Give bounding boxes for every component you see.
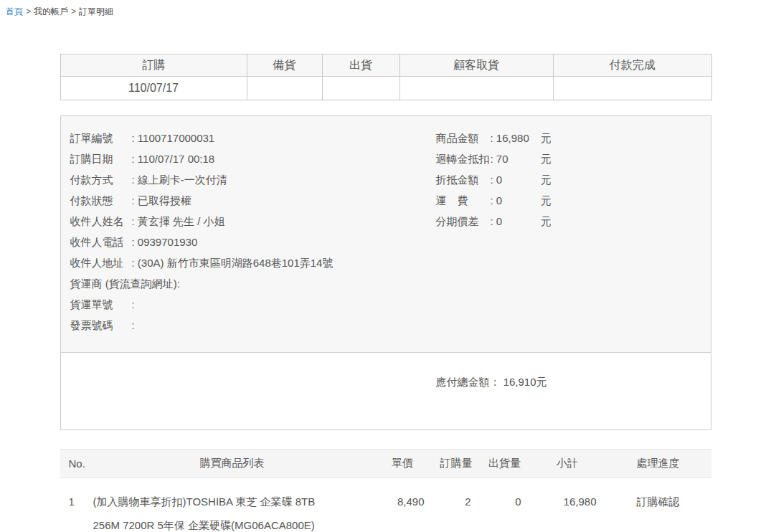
order-number-row: 訂單編號: 1100717000031 — [70, 128, 696, 148]
payment-method-value: 線上刷卡-一次付清 — [138, 174, 227, 186]
payable-total-value: 16,910元 — [503, 376, 547, 388]
currency-unit: 元 — [541, 215, 552, 227]
recipient-name-row: 收件人姓名: 黃玄揮 先生 / 小姐 — [70, 211, 696, 232]
product-header-name: 購買商品列表 — [93, 450, 372, 478]
colon: : — [132, 215, 135, 227]
product-list-table: No. 購買商品列表 單價 訂購量 出貨量 小計 處理進度 1 (加入購物車享折… — [60, 449, 711, 532]
product-no: 1 — [60, 478, 93, 532]
status-ordered-date: 110/07/17 — [60, 77, 247, 100]
colon: : — [491, 194, 493, 206]
installment-diff-row: 分期價差: 0元 — [436, 211, 552, 232]
payment-status-value: 已取得授權 — [138, 194, 191, 206]
product-status: 訂購確認 — [605, 478, 711, 532]
carrier-row: 貨運商 (貨流查詢網址): — [70, 273, 696, 294]
colon: : — [491, 174, 493, 186]
status-header-preparing: 備貨 — [247, 54, 322, 77]
currency-unit: 元 — [541, 174, 552, 186]
order-number-value: 1100717000031 — [138, 132, 214, 144]
recipient-address-row: 收件人地址: (30A) 新竹市東區明湖路648巷101弄14號 — [70, 252, 696, 273]
colon: : — [132, 174, 135, 186]
order-info-left-column: 訂單編號: 1100717000031 訂購日期: 110/07/17 00:1… — [70, 128, 696, 336]
colon: : — [491, 132, 493, 144]
rebate-deduction-row: 迴轉金抵扣: 70元 — [436, 148, 552, 169]
status-pickup-date — [399, 77, 553, 100]
field-label: 訂購日期 — [70, 148, 132, 169]
payment-status-row: 付款狀態: 已取得授權 — [70, 190, 696, 211]
shipping-fee-row: 運 費: 0元 — [436, 190, 552, 211]
field-label: 收件人姓名 — [70, 211, 132, 232]
order-info-panel: 訂單編號: 1100717000031 訂購日期: 110/07/17 00:1… — [60, 115, 711, 430]
status-header-row: 訂購 備貨 出貨 顧客取貨 付款完成 — [60, 54, 711, 77]
payment-method-row: 付款方式: 線上刷卡-一次付清 — [70, 169, 696, 190]
order-date-row: 訂購日期: 110/07/17 00:18 — [70, 148, 696, 169]
payable-total-section: 應付總金額： 16,910元 — [61, 353, 711, 429]
product-header-row: No. 購買商品列表 單價 訂購量 出貨量 小計 處理進度 — [60, 450, 711, 478]
product-header-shipped-qty: 出貨量 — [480, 450, 530, 478]
product-row: 1 (加入購物車享折扣)TOSHIBA 東芝 企業碟 8TB 256M 7200… — [60, 478, 711, 532]
breadcrumb-home-link[interactable]: 首頁 — [6, 6, 23, 16]
tracking-number-row: 貨運單號: — [70, 294, 696, 315]
breadcrumb-current: 訂單明細 — [79, 6, 113, 16]
goods-amount-row: 商品金額: 16,980元 — [436, 128, 552, 148]
currency-unit: 元 — [541, 153, 552, 165]
field-label: 運 費 — [436, 190, 491, 211]
field-label: 發票號碼 — [70, 315, 132, 336]
field-label: 付款狀態 — [70, 190, 132, 211]
colon: : — [132, 257, 135, 269]
discount-amount-row: 折抵金額: 0元 — [436, 169, 552, 190]
product-name-cell: (加入購物車享折扣)TOSHIBA 東芝 企業碟 8TB 256M 7200R … — [93, 478, 372, 532]
discount-amount-value: 0 — [496, 169, 541, 190]
product-subtotal: 16,980 — [530, 478, 605, 532]
colon: : — [132, 319, 135, 331]
field-label: 付款方式 — [70, 169, 132, 190]
colon: : — [491, 215, 493, 227]
recipient-address-value: (30A) 新竹市東區明湖路648巷101弄14號 — [138, 257, 334, 269]
product-qty: 2 — [433, 478, 480, 532]
product-unit-price: 8,490 — [372, 478, 433, 532]
breadcrumb: 首頁>我的帳戶>訂單明細 — [0, 0, 771, 18]
colon: : — [132, 236, 135, 248]
colon: : — [177, 277, 180, 290]
breadcrumb-separator: > — [26, 6, 31, 16]
colon: : — [132, 153, 135, 165]
status-header-ordered: 訂購 — [60, 54, 247, 77]
product-header-status: 處理進度 — [605, 450, 711, 478]
field-label: 收件人電話 — [70, 232, 132, 252]
recipient-phone-value: 0939701930 — [138, 236, 197, 248]
order-status-table: 訂購 備貨 出貨 顧客取貨 付款完成 110/07/17 — [60, 54, 712, 100]
order-amounts-column: 商品金額: 16,980元 迴轉金抵扣: 70元 折抵金額: 0元 運 費: 0… — [436, 128, 552, 232]
product-name: (加入購物車享折扣)TOSHIBA 東芝 企業碟 8TB 256M 7200R … — [93, 490, 343, 532]
product-header-no: No. — [60, 450, 93, 478]
field-label: 折抵金額 — [436, 169, 491, 190]
currency-unit: 元 — [541, 194, 552, 206]
status-paid-date — [553, 77, 711, 100]
payable-total-label: 應付總金額： — [436, 376, 501, 388]
installment-diff-value: 0 — [496, 211, 541, 232]
currency-unit: 元 — [541, 132, 552, 144]
product-header-qty: 訂購量 — [433, 450, 480, 478]
status-value-row: 110/07/17 — [60, 77, 711, 100]
status-header-paid: 付款完成 — [553, 54, 711, 77]
field-label: 收件人地址 — [70, 252, 132, 273]
shipping-fee-value: 0 — [496, 190, 541, 211]
invoice-number-row: 發票號碼: — [70, 315, 696, 336]
order-date-value: 110/07/17 00:18 — [138, 153, 214, 165]
order-detail-page: 訂購 備貨 出貨 顧客取貨 付款完成 110/07/17 訂單編號: 11007… — [60, 54, 711, 532]
recipient-phone-row: 收件人電話: 0939701930 — [70, 232, 696, 252]
status-preparing-date — [247, 77, 322, 100]
field-label: 貨運單號 — [70, 294, 132, 315]
colon: : — [132, 132, 135, 144]
status-header-pickup: 顧客取貨 — [399, 54, 553, 77]
order-info-details: 訂單編號: 1100717000031 訂購日期: 110/07/17 00:1… — [61, 116, 711, 353]
breadcrumb-account-link[interactable]: 我的帳戶 — [34, 6, 68, 16]
recipient-name-value: 黃玄揮 先生 / 小姐 — [138, 215, 225, 227]
goods-amount-value: 16,980 — [496, 128, 541, 148]
breadcrumb-separator: > — [71, 6, 76, 16]
product-header-unit-price: 單價 — [372, 450, 433, 478]
field-label: 商品金額 — [436, 128, 491, 148]
field-label: 分期價差 — [436, 211, 491, 232]
field-label: 貨運商 (貨流查詢網址) — [70, 273, 177, 294]
status-shipped-date — [322, 77, 399, 100]
product-header-subtotal: 小計 — [530, 450, 605, 478]
field-label: 訂單編號 — [70, 128, 132, 148]
